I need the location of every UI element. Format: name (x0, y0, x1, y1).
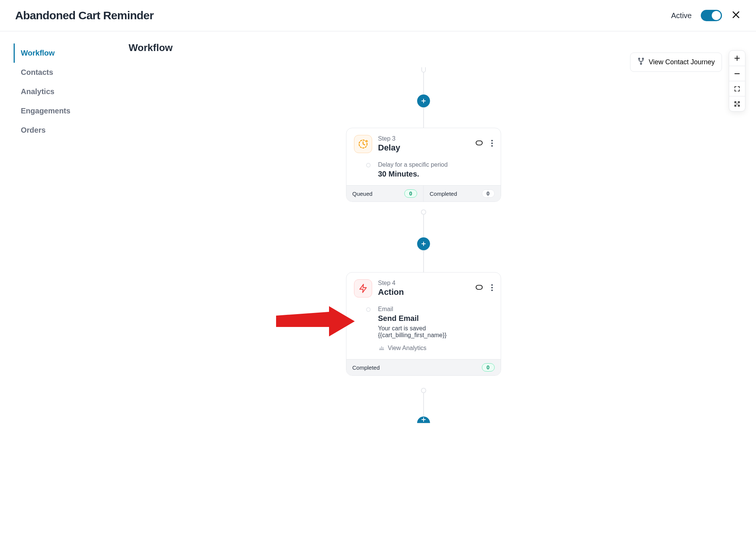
sidebar: Workflow Contacts Analytics Engagements … (0, 31, 106, 472)
body-label: Email (378, 306, 493, 313)
step-title: Delay (378, 143, 401, 153)
active-toggle[interactable] (701, 10, 722, 21)
view-analytics-label: View Analytics (388, 345, 427, 352)
footer-label: Completed (352, 364, 380, 371)
connector-line (423, 215, 424, 237)
close-icon[interactable] (731, 10, 741, 21)
body-label: Delay for a specific period (378, 161, 493, 168)
bullet-dot (366, 307, 371, 312)
step-label: Step 3 (378, 135, 401, 142)
svg-marker-28 (276, 306, 355, 336)
add-step-button[interactable] (417, 237, 430, 250)
svg-point-20 (491, 287, 493, 288)
connector-dot (421, 209, 426, 215)
card-footer: Queued 0 Completed 0 (346, 185, 501, 201)
footer-label: Completed (430, 191, 457, 197)
svg-point-21 (491, 290, 493, 291)
completed-count: 0 (482, 363, 495, 372)
add-step-button[interactable] (417, 94, 430, 107)
comment-icon[interactable] (475, 283, 483, 293)
status-label: Active (671, 11, 692, 20)
workflow-card-step4[interactable]: Step 4 Action Email (346, 272, 501, 376)
body-sub: Your cart is saved {{cart_billing_first_… (378, 325, 493, 339)
queued-count: 0 (404, 189, 417, 198)
body-value: 30 Minutes. (378, 170, 493, 178)
svg-rect-18 (476, 285, 482, 290)
bolt-icon (354, 279, 372, 297)
clock-icon (354, 135, 372, 153)
connector-line (423, 72, 424, 94)
topbar: Abandoned Cart Reminder Active (0, 0, 756, 31)
more-icon[interactable] (491, 139, 493, 149)
add-step-button[interactable] (417, 417, 430, 423)
nav-item-orders[interactable]: Orders (14, 121, 106, 140)
arrow-annotation-icon (272, 306, 355, 336)
nav-item-workflow[interactable]: Workflow (14, 43, 106, 63)
chart-icon (378, 344, 385, 352)
bullet-dot (366, 163, 371, 167)
svg-point-13 (491, 143, 493, 144)
svg-point-12 (491, 140, 493, 141)
more-icon[interactable] (491, 283, 493, 293)
page-title: Abandoned Cart Reminder (15, 9, 154, 22)
nav-item-analytics[interactable]: Analytics (14, 82, 106, 101)
connector-dot (421, 388, 426, 393)
completed-count: 0 (482, 189, 495, 198)
svg-point-19 (491, 284, 493, 286)
comment-icon[interactable] (475, 139, 483, 149)
svg-rect-11 (476, 141, 482, 145)
step-label: Step 4 (378, 280, 404, 287)
card-footer: Completed 0 (346, 359, 501, 375)
svg-point-14 (491, 145, 493, 147)
view-analytics-link[interactable]: View Analytics (378, 344, 493, 352)
canvas-title: Workflow (129, 42, 741, 54)
workflow-canvas[interactable]: Step 3 Delay Delay (106, 57, 741, 472)
svg-marker-17 (360, 284, 366, 293)
footer-label: Queued (352, 191, 373, 197)
nav-item-contacts[interactable]: Contacts (14, 63, 106, 82)
step-title: Action (378, 287, 404, 297)
connector-line (423, 250, 424, 272)
connector-line (423, 393, 424, 417)
connector-line (423, 107, 424, 128)
workflow-card-step3[interactable]: Step 3 Delay Delay (346, 128, 501, 202)
nav-item-engagements[interactable]: Engagements (14, 101, 106, 121)
body-value: Send Email (378, 314, 493, 323)
